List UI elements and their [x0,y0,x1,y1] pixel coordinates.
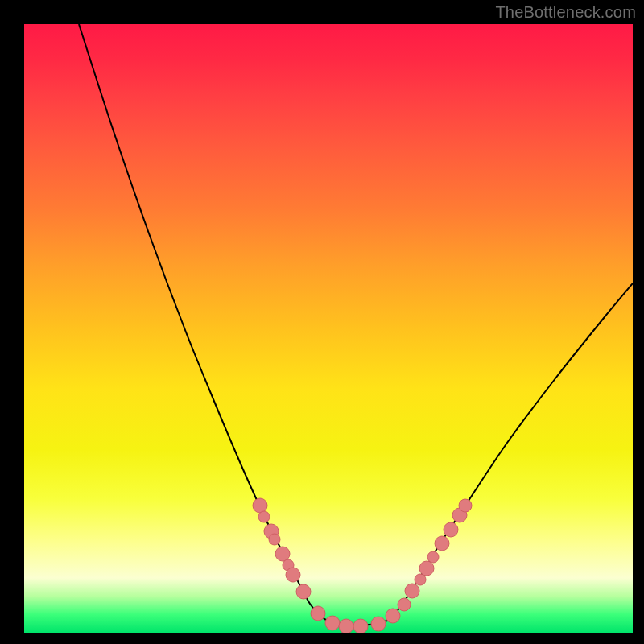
data-marker [269,534,280,545]
plot-area [24,24,633,633]
data-marker [371,617,386,631]
data-marker [427,551,439,563]
data-marker [339,619,353,633]
data-marker [275,547,290,561]
data-marker [311,606,325,621]
watermark-text: TheBottleneck.com [495,3,636,22]
data-marker [435,536,449,551]
data-marker [415,574,426,585]
data-marker [353,619,368,633]
data-marker [258,511,270,522]
data-marker [325,616,340,630]
data-marker [419,561,434,576]
chart-stage: TheBottleneck.com [0,0,644,644]
data-marker [459,499,472,512]
chart-svg [24,24,633,633]
data-marker [386,609,400,623]
data-marker [444,522,458,537]
data-marker [296,584,311,599]
data-marker [253,498,267,513]
left-curve [79,24,338,624]
data-marker [405,584,419,598]
data-marker [286,568,300,582]
marker-layer [253,498,472,633]
data-marker [398,598,411,611]
